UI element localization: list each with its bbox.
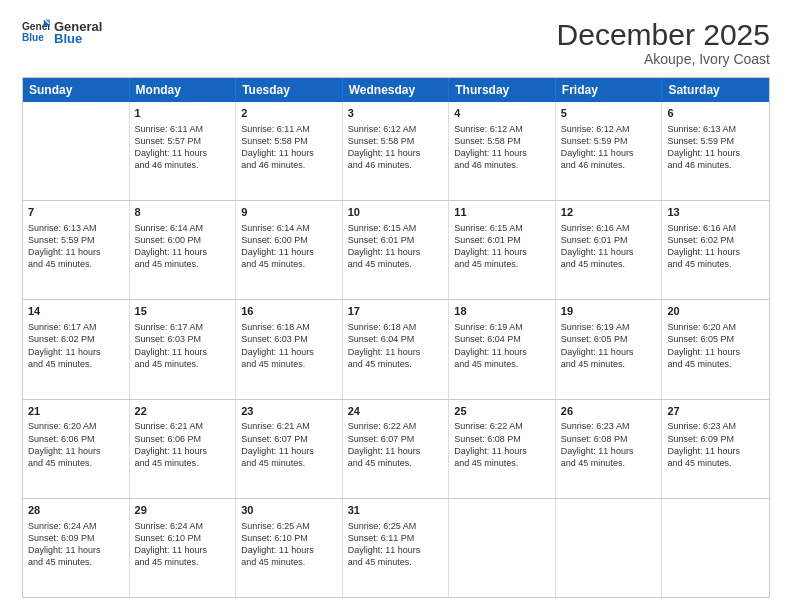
- day-cell-20: 20Sunrise: 6:20 AM Sunset: 6:05 PM Dayli…: [662, 300, 769, 398]
- calendar-row: 7Sunrise: 6:13 AM Sunset: 5:59 PM Daylig…: [23, 200, 769, 299]
- day-cell-10: 10Sunrise: 6:15 AM Sunset: 6:01 PM Dayli…: [343, 201, 450, 299]
- day-number: 28: [28, 503, 124, 518]
- calendar-row: 14Sunrise: 6:17 AM Sunset: 6:02 PM Dayli…: [23, 299, 769, 398]
- day-info: Sunrise: 6:15 AM Sunset: 6:01 PM Dayligh…: [348, 222, 444, 271]
- day-number: 27: [667, 404, 764, 419]
- calendar-body: 1Sunrise: 6:11 AM Sunset: 5:57 PM Daylig…: [23, 102, 769, 597]
- day-number: 29: [135, 503, 231, 518]
- day-cell-13: 13Sunrise: 6:16 AM Sunset: 6:02 PM Dayli…: [662, 201, 769, 299]
- day-info: Sunrise: 6:14 AM Sunset: 6:00 PM Dayligh…: [135, 222, 231, 271]
- day-info: Sunrise: 6:25 AM Sunset: 6:11 PM Dayligh…: [348, 520, 444, 569]
- day-header-saturday: Saturday: [662, 78, 769, 102]
- day-header-thursday: Thursday: [449, 78, 556, 102]
- day-number: 2: [241, 106, 337, 121]
- day-cell-12: 12Sunrise: 6:16 AM Sunset: 6:01 PM Dayli…: [556, 201, 663, 299]
- day-cell-14: 14Sunrise: 6:17 AM Sunset: 6:02 PM Dayli…: [23, 300, 130, 398]
- day-info: Sunrise: 6:17 AM Sunset: 6:03 PM Dayligh…: [135, 321, 231, 370]
- day-info: Sunrise: 6:21 AM Sunset: 6:06 PM Dayligh…: [135, 420, 231, 469]
- day-cell-27: 27Sunrise: 6:23 AM Sunset: 6:09 PM Dayli…: [662, 400, 769, 498]
- empty-cell: [556, 499, 663, 597]
- day-cell-29: 29Sunrise: 6:24 AM Sunset: 6:10 PM Dayli…: [130, 499, 237, 597]
- day-info: Sunrise: 6:15 AM Sunset: 6:01 PM Dayligh…: [454, 222, 550, 271]
- day-cell-22: 22Sunrise: 6:21 AM Sunset: 6:06 PM Dayli…: [130, 400, 237, 498]
- day-number: 24: [348, 404, 444, 419]
- day-info: Sunrise: 6:11 AM Sunset: 5:57 PM Dayligh…: [135, 123, 231, 172]
- calendar-row: 21Sunrise: 6:20 AM Sunset: 6:06 PM Dayli…: [23, 399, 769, 498]
- title-block: December 2025 Akoupe, Ivory Coast: [557, 18, 770, 67]
- day-cell-31: 31Sunrise: 6:25 AM Sunset: 6:11 PM Dayli…: [343, 499, 450, 597]
- day-info: Sunrise: 6:20 AM Sunset: 6:06 PM Dayligh…: [28, 420, 124, 469]
- day-cell-25: 25Sunrise: 6:22 AM Sunset: 6:08 PM Dayli…: [449, 400, 556, 498]
- day-cell-26: 26Sunrise: 6:23 AM Sunset: 6:08 PM Dayli…: [556, 400, 663, 498]
- day-header-sunday: Sunday: [23, 78, 130, 102]
- day-info: Sunrise: 6:17 AM Sunset: 6:02 PM Dayligh…: [28, 321, 124, 370]
- day-cell-6: 6Sunrise: 6:13 AM Sunset: 5:59 PM Daylig…: [662, 102, 769, 200]
- day-number: 16: [241, 304, 337, 319]
- day-number: 5: [561, 106, 657, 121]
- day-cell-28: 28Sunrise: 6:24 AM Sunset: 6:09 PM Dayli…: [23, 499, 130, 597]
- day-number: 30: [241, 503, 337, 518]
- day-number: 3: [348, 106, 444, 121]
- day-info: Sunrise: 6:12 AM Sunset: 5:59 PM Dayligh…: [561, 123, 657, 172]
- calendar-row: 28Sunrise: 6:24 AM Sunset: 6:09 PM Dayli…: [23, 498, 769, 597]
- day-info: Sunrise: 6:18 AM Sunset: 6:04 PM Dayligh…: [348, 321, 444, 370]
- day-info: Sunrise: 6:20 AM Sunset: 6:05 PM Dayligh…: [667, 321, 764, 370]
- calendar-row: 1Sunrise: 6:11 AM Sunset: 5:57 PM Daylig…: [23, 102, 769, 200]
- location-subtitle: Akoupe, Ivory Coast: [557, 51, 770, 67]
- day-number: 13: [667, 205, 764, 220]
- day-header-tuesday: Tuesday: [236, 78, 343, 102]
- day-number: 14: [28, 304, 124, 319]
- header: General Blue General Blue December 2025 …: [22, 18, 770, 67]
- day-number: 21: [28, 404, 124, 419]
- day-cell-7: 7Sunrise: 6:13 AM Sunset: 5:59 PM Daylig…: [23, 201, 130, 299]
- day-number: 19: [561, 304, 657, 319]
- day-cell-1: 1Sunrise: 6:11 AM Sunset: 5:57 PM Daylig…: [130, 102, 237, 200]
- empty-cell: [662, 499, 769, 597]
- day-info: Sunrise: 6:24 AM Sunset: 6:09 PM Dayligh…: [28, 520, 124, 569]
- day-info: Sunrise: 6:16 AM Sunset: 6:01 PM Dayligh…: [561, 222, 657, 271]
- day-cell-18: 18Sunrise: 6:19 AM Sunset: 6:04 PM Dayli…: [449, 300, 556, 398]
- day-number: 10: [348, 205, 444, 220]
- day-number: 15: [135, 304, 231, 319]
- day-cell-9: 9Sunrise: 6:14 AM Sunset: 6:00 PM Daylig…: [236, 201, 343, 299]
- day-cell-19: 19Sunrise: 6:19 AM Sunset: 6:05 PM Dayli…: [556, 300, 663, 398]
- day-info: Sunrise: 6:19 AM Sunset: 6:05 PM Dayligh…: [561, 321, 657, 370]
- day-number: 17: [348, 304, 444, 319]
- day-number: 18: [454, 304, 550, 319]
- page: General Blue General Blue December 2025 …: [0, 0, 792, 612]
- day-cell-16: 16Sunrise: 6:18 AM Sunset: 6:03 PM Dayli…: [236, 300, 343, 398]
- day-cell-15: 15Sunrise: 6:17 AM Sunset: 6:03 PM Dayli…: [130, 300, 237, 398]
- day-info: Sunrise: 6:13 AM Sunset: 5:59 PM Dayligh…: [28, 222, 124, 271]
- day-cell-23: 23Sunrise: 6:21 AM Sunset: 6:07 PM Dayli…: [236, 400, 343, 498]
- day-cell-8: 8Sunrise: 6:14 AM Sunset: 6:00 PM Daylig…: [130, 201, 237, 299]
- day-header-wednesday: Wednesday: [343, 78, 450, 102]
- day-number: 26: [561, 404, 657, 419]
- day-info: Sunrise: 6:23 AM Sunset: 6:08 PM Dayligh…: [561, 420, 657, 469]
- day-info: Sunrise: 6:24 AM Sunset: 6:10 PM Dayligh…: [135, 520, 231, 569]
- day-info: Sunrise: 6:21 AM Sunset: 6:07 PM Dayligh…: [241, 420, 337, 469]
- day-cell-2: 2Sunrise: 6:11 AM Sunset: 5:58 PM Daylig…: [236, 102, 343, 200]
- day-info: Sunrise: 6:22 AM Sunset: 6:08 PM Dayligh…: [454, 420, 550, 469]
- day-info: Sunrise: 6:22 AM Sunset: 6:07 PM Dayligh…: [348, 420, 444, 469]
- day-cell-24: 24Sunrise: 6:22 AM Sunset: 6:07 PM Dayli…: [343, 400, 450, 498]
- logo-icon: General Blue: [22, 18, 50, 46]
- day-number: 7: [28, 205, 124, 220]
- day-cell-4: 4Sunrise: 6:12 AM Sunset: 5:58 PM Daylig…: [449, 102, 556, 200]
- day-cell-5: 5Sunrise: 6:12 AM Sunset: 5:59 PM Daylig…: [556, 102, 663, 200]
- day-info: Sunrise: 6:11 AM Sunset: 5:58 PM Dayligh…: [241, 123, 337, 172]
- calendar: SundayMondayTuesdayWednesdayThursdayFrid…: [22, 77, 770, 598]
- day-header-monday: Monday: [130, 78, 237, 102]
- day-number: 1: [135, 106, 231, 121]
- day-number: 22: [135, 404, 231, 419]
- day-cell-30: 30Sunrise: 6:25 AM Sunset: 6:10 PM Dayli…: [236, 499, 343, 597]
- day-info: Sunrise: 6:12 AM Sunset: 5:58 PM Dayligh…: [348, 123, 444, 172]
- calendar-header-row: SundayMondayTuesdayWednesdayThursdayFrid…: [23, 78, 769, 102]
- logo-blue: Blue: [54, 31, 102, 46]
- day-info: Sunrise: 6:13 AM Sunset: 5:59 PM Dayligh…: [667, 123, 764, 172]
- day-info: Sunrise: 6:18 AM Sunset: 6:03 PM Dayligh…: [241, 321, 337, 370]
- day-info: Sunrise: 6:16 AM Sunset: 6:02 PM Dayligh…: [667, 222, 764, 271]
- day-number: 31: [348, 503, 444, 518]
- day-number: 4: [454, 106, 550, 121]
- day-number: 9: [241, 205, 337, 220]
- logo: General Blue General Blue: [22, 18, 102, 46]
